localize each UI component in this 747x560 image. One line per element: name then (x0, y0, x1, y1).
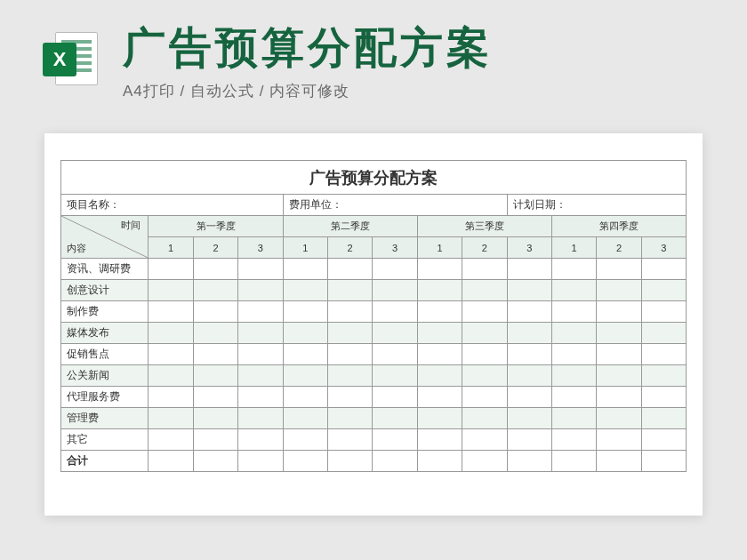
cell (507, 429, 551, 451)
row-label: 创意设计 (61, 280, 149, 301)
table-row: 创意设计 (61, 280, 687, 301)
cell (641, 301, 686, 323)
row-label: 管理费 (61, 408, 149, 429)
cell (193, 280, 237, 301)
page-subtitle: A4打印 / 自动公式 / 内容可修改 (123, 81, 493, 101)
cell (507, 301, 551, 323)
month-header: 3 (373, 237, 417, 259)
cell (641, 280, 686, 301)
cell (597, 365, 641, 387)
cell (417, 429, 462, 451)
sum-label: 合计 (61, 451, 149, 472)
cell (641, 344, 686, 365)
cell (507, 259, 551, 280)
cell (551, 387, 596, 408)
cell (238, 387, 283, 408)
cell (193, 429, 237, 451)
table-row: 管理费 (61, 408, 687, 429)
table-row: 代理服务费 (61, 387, 687, 408)
cell (283, 280, 327, 301)
cell (462, 323, 507, 344)
cell (149, 259, 193, 280)
cell (283, 429, 327, 451)
cell (597, 259, 641, 280)
spreadsheet-preview: 广告预算分配方案 项目名称： 费用单位： 计划日期： 时间 内容 第一季度 第二… (44, 133, 703, 516)
preview-header: X 广告预算分配方案 A4打印 / 自动公式 / 内容可修改 (0, 0, 747, 101)
cell (417, 387, 462, 408)
cell (462, 259, 507, 280)
cell (417, 259, 462, 280)
cell (193, 365, 237, 387)
excel-badge: X (43, 43, 76, 76)
cell (327, 259, 372, 280)
cell (462, 429, 507, 451)
cell (283, 301, 327, 323)
excel-icon: X (43, 32, 98, 87)
cell (327, 365, 372, 387)
cell (641, 259, 686, 280)
cell (551, 301, 596, 323)
cell (462, 344, 507, 365)
cell (597, 429, 641, 451)
table-row: 媒体发布 (61, 323, 687, 344)
cell (149, 280, 193, 301)
sum-row: 合计 (61, 451, 687, 472)
cell (238, 408, 283, 429)
content-time-header: 时间 内容 (61, 216, 149, 259)
cell (417, 365, 462, 387)
cell (551, 280, 596, 301)
cell (373, 301, 417, 323)
cell (551, 365, 596, 387)
cell (462, 387, 507, 408)
quarter-header: 第一季度 (149, 216, 283, 237)
project-label: 项目名称： (61, 195, 284, 216)
cell (283, 259, 327, 280)
cell (327, 323, 372, 344)
table-title: 广告预算分配方案 (61, 161, 687, 195)
cell (551, 344, 596, 365)
cell (238, 344, 283, 365)
unit-label: 费用单位： (283, 195, 507, 216)
cell (373, 280, 417, 301)
table-row: 其它 (61, 429, 687, 451)
cell (149, 323, 193, 344)
month-header: 3 (238, 237, 283, 259)
cell (597, 301, 641, 323)
cell (373, 387, 417, 408)
cell (597, 323, 641, 344)
cell (462, 280, 507, 301)
month-header: 3 (507, 237, 551, 259)
cell (597, 280, 641, 301)
budget-table: 广告预算分配方案 项目名称： 费用单位： 计划日期： 时间 内容 第一季度 第二… (60, 160, 687, 472)
cell (327, 344, 372, 365)
cell (641, 323, 686, 344)
month-header: 1 (283, 237, 327, 259)
cell (149, 301, 193, 323)
cell (238, 429, 283, 451)
cell (417, 323, 462, 344)
cell (373, 323, 417, 344)
header-row-1: 时间 内容 第一季度 第二季度 第三季度 第四季度 (61, 216, 687, 237)
month-header: 1 (149, 237, 193, 259)
cell (597, 387, 641, 408)
cell (551, 323, 596, 344)
cell (327, 387, 372, 408)
cell (597, 344, 641, 365)
row-label: 资讯、调研费 (61, 259, 149, 280)
cell (149, 387, 193, 408)
date-label: 计划日期： (507, 195, 686, 216)
row-label: 媒体发布 (61, 323, 149, 344)
cell (462, 301, 507, 323)
cell (507, 408, 551, 429)
cell (462, 365, 507, 387)
month-header: 1 (417, 237, 462, 259)
row-label: 代理服务费 (61, 387, 149, 408)
month-header: 2 (597, 237, 641, 259)
month-header: 2 (462, 237, 507, 259)
quarter-header: 第二季度 (283, 216, 417, 237)
cell (149, 429, 193, 451)
cell (193, 301, 237, 323)
cell (462, 408, 507, 429)
cell (238, 323, 283, 344)
month-header: 1 (551, 237, 596, 259)
